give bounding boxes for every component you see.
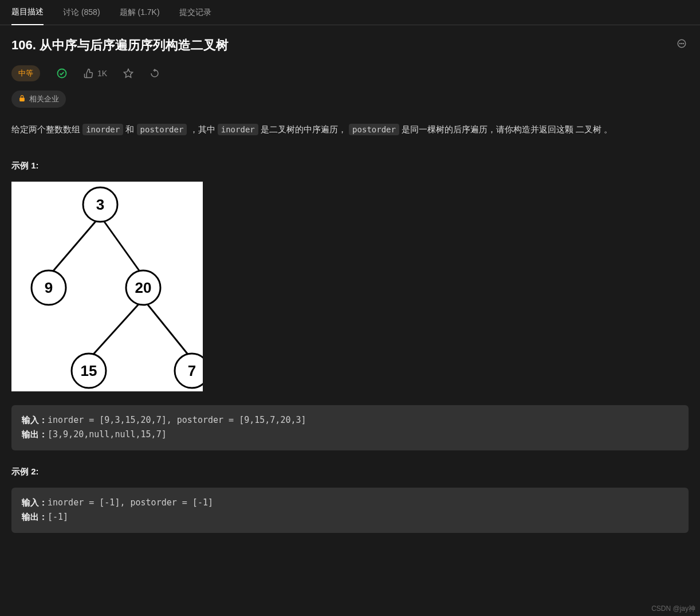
- related-companies-button[interactable]: 相关企业: [11, 91, 66, 108]
- like-button[interactable]: 1K: [84, 68, 107, 79]
- svg-line-7: [89, 299, 143, 359]
- tree-diagram: 3 9 20 15 7: [11, 182, 203, 391]
- related-companies-label: 相关企业: [29, 94, 59, 104]
- svg-line-8: [143, 299, 192, 359]
- lock-icon: [18, 95, 26, 104]
- svg-text:3: 3: [96, 196, 104, 213]
- svg-text:7: 7: [188, 362, 196, 379]
- problem-title: 106. 从中序与后序遍历序列构造二叉树: [11, 37, 229, 54]
- example1-label: 示例 1:: [11, 160, 689, 171]
- tab-description[interactable]: 题目描述: [11, 0, 44, 25]
- tab-submissions[interactable]: 提交记录: [179, 1, 211, 25]
- difficulty-badge: 中等: [11, 65, 40, 81]
- svg-point-2: [681, 43, 682, 44]
- watermark: CSDN @jay神: [651, 604, 695, 614]
- code-postorder2: postorder: [349, 124, 399, 135]
- svg-text:15: 15: [81, 362, 97, 379]
- code-inorder2: inorder: [218, 124, 258, 135]
- svg-text:20: 20: [135, 279, 152, 296]
- example2-code: 输入：inorder = [-1], postorder = [-1] 输出：[…: [11, 488, 689, 533]
- problem-content: 106. 从中序与后序遍历序列构造二叉树 中等 1K 相关企业 给定两个整数数组…: [0, 25, 700, 560]
- code-inorder: inorder: [82, 124, 123, 135]
- share-button[interactable]: [150, 68, 160, 79]
- tab-discussion[interactable]: 讨论 (858): [63, 1, 100, 25]
- svg-point-3: [683, 43, 683, 44]
- tabs-bar: 题目描述 讨论 (858) 题解 (1.7K) 提交记录: [0, 0, 700, 25]
- problem-description: 给定两个整数数组 inorder 和 postorder ，其中 inorder…: [11, 121, 689, 138]
- example2-label: 示例 2:: [11, 466, 689, 477]
- meta-row: 中等 1K: [11, 65, 689, 81]
- code-postorder: postorder: [137, 124, 187, 135]
- svg-point-1: [679, 43, 680, 44]
- check-icon[interactable]: [56, 68, 68, 79]
- like-count: 1K: [97, 69, 107, 78]
- more-icon[interactable]: [675, 37, 689, 50]
- svg-line-6: [100, 216, 143, 276]
- example1-code: 输入：inorder = [9,3,15,20,7], postorder = …: [11, 405, 689, 450]
- svg-text:9: 9: [45, 279, 53, 296]
- tab-solutions[interactable]: 题解 (1.7K): [120, 1, 160, 25]
- svg-line-5: [49, 216, 100, 276]
- favorite-button[interactable]: [123, 68, 133, 79]
